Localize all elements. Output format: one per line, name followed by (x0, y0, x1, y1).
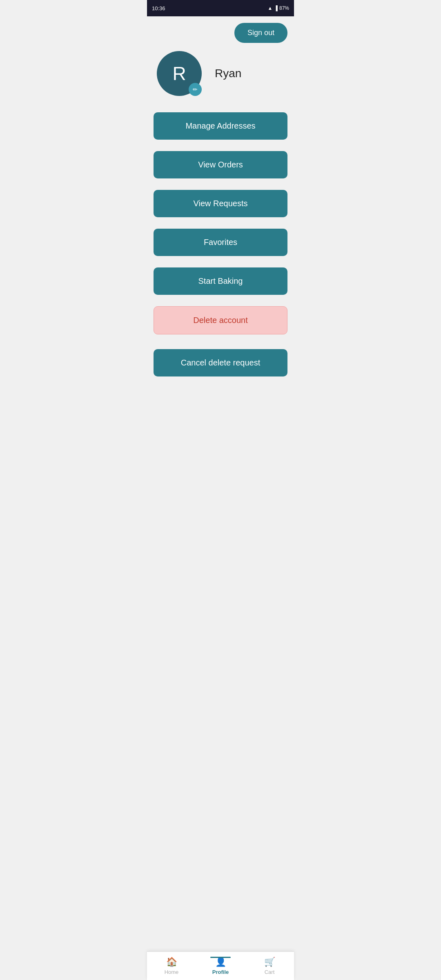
avatar-initial: R (172, 62, 186, 85)
sign-out-button[interactable]: Sign out (234, 23, 287, 43)
wifi-icon: ▲ (268, 5, 273, 11)
nav-cart-label: Cart (265, 969, 275, 975)
main-content: Sign out R ✏ Ryan Manage Addresses View … (147, 16, 294, 409)
profile-icon: 👤 (215, 957, 226, 967)
cancel-delete-button[interactable]: Cancel delete request (154, 349, 287, 376)
manage-addresses-button[interactable]: Manage Addresses (154, 112, 287, 140)
cart-icon: 🛒 (264, 957, 275, 967)
start-baking-button[interactable]: Start Baking (154, 267, 287, 295)
edit-avatar-button[interactable]: ✏ (189, 83, 202, 96)
nav-home[interactable]: 🏠 Home (147, 957, 196, 975)
battery-label: 87% (279, 5, 289, 11)
profile-name: Ryan (215, 67, 241, 80)
bottom-navigation: 🏠 Home 👤 Profile 🛒 Cart (147, 951, 294, 980)
nav-profile[interactable]: 👤 Profile (196, 957, 245, 975)
active-indicator (210, 957, 231, 958)
delete-account-button[interactable]: Delete account (154, 306, 287, 334)
view-orders-button[interactable]: View Orders (154, 151, 287, 178)
nav-profile-label: Profile (212, 969, 229, 975)
nav-cart[interactable]: 🛒 Cart (245, 957, 294, 975)
menu-buttons: Manage Addresses View Orders View Reques… (154, 112, 287, 376)
status-time: 10:36 (152, 5, 165, 11)
view-requests-button[interactable]: View Requests (154, 190, 287, 217)
avatar-wrapper: R ✏ (157, 51, 202, 96)
status-icons: ▲ ▐ 87% (268, 5, 289, 11)
signal-icon: ▐ (274, 5, 278, 11)
favorites-button[interactable]: Favorites (154, 229, 287, 256)
home-icon: 🏠 (166, 957, 177, 967)
sign-out-row: Sign out (154, 23, 287, 43)
edit-icon: ✏ (193, 86, 198, 93)
status-bar: 10:36 ▲ ▐ 87% (147, 0, 294, 16)
nav-home-label: Home (165, 969, 179, 975)
profile-section: R ✏ Ryan (154, 51, 287, 96)
